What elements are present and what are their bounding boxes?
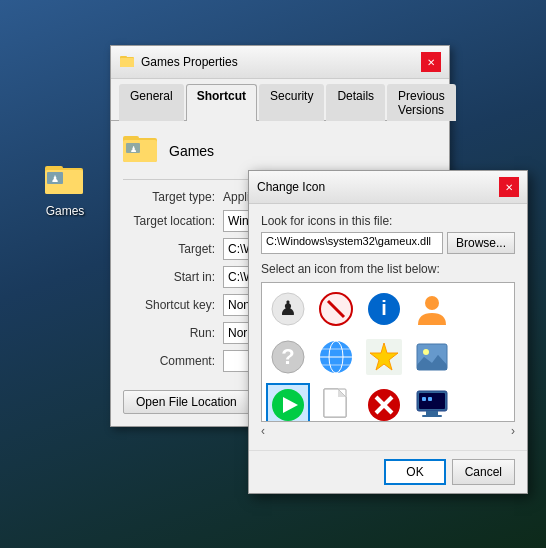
prop-label-target-type: Target type:	[123, 190, 223, 204]
svg-text:i: i	[381, 297, 387, 319]
prop-label-run: Run:	[123, 326, 223, 340]
games-folder-icon: ♟	[45, 160, 85, 200]
svg-point-19	[425, 296, 439, 310]
change-icon-content: Look for icons in this file: C:\Windows\…	[249, 204, 527, 450]
icon-item-question[interactable]: ?	[266, 335, 310, 379]
ci-icons-label: Select an icon from the list below:	[261, 262, 515, 276]
change-icon-title-bar: Change Icon ✕	[249, 171, 527, 204]
tab-details[interactable]: Details	[326, 84, 385, 121]
icon-item-globe[interactable]	[314, 335, 358, 379]
icon-item-play[interactable]	[266, 383, 310, 422]
ci-scrollbar-hints: ‹ ›	[261, 422, 515, 440]
change-icon-title-text: Change Icon	[257, 180, 325, 194]
svg-rect-47	[422, 397, 426, 401]
prop-label-target-location: Target location:	[123, 214, 223, 228]
ci-icons-container[interactable]: ♟ i	[261, 282, 515, 422]
icon-item-document[interactable]	[314, 383, 358, 422]
svg-text:♟: ♟	[279, 297, 297, 319]
app-header-name: Games	[169, 143, 214, 159]
open-file-location-button[interactable]: Open File Location	[123, 390, 250, 414]
icon-item-image[interactable]	[410, 335, 454, 379]
tab-general[interactable]: General	[119, 84, 184, 121]
change-icon-ok-button[interactable]: OK	[384, 459, 445, 485]
icon-item-info[interactable]: i	[362, 287, 406, 331]
prop-label-comment: Comment:	[123, 354, 223, 368]
icon-item-x[interactable]	[362, 383, 406, 422]
tab-previous-versions[interactable]: Previous Versions	[387, 84, 456, 121]
prop-label-target: Target:	[123, 242, 223, 256]
icon-item-person[interactable]	[410, 287, 454, 331]
properties-title-left: Games Properties	[119, 54, 238, 70]
properties-title-icon	[119, 54, 135, 70]
properties-title-text: Games Properties	[141, 55, 238, 69]
svg-text:?: ?	[281, 344, 294, 369]
prop-label-shortcut-key: Shortcut key:	[123, 298, 223, 312]
svg-rect-46	[422, 415, 442, 417]
properties-close-button[interactable]: ✕	[421, 52, 441, 72]
svg-rect-44	[419, 393, 445, 409]
svg-rect-48	[428, 397, 432, 401]
tab-security[interactable]: Security	[259, 84, 324, 121]
change-icon-buttons: OK Cancel	[249, 450, 527, 493]
svg-text:♟: ♟	[130, 145, 137, 154]
change-icon-dialog: Change Icon ✕ Look for icons in this fil…	[248, 170, 528, 494]
ci-icons-grid: ♟ i	[266, 287, 510, 422]
change-icon-close-button[interactable]: ✕	[499, 177, 519, 197]
change-icon-cancel-button[interactable]: Cancel	[452, 459, 515, 485]
tab-shortcut[interactable]: Shortcut	[186, 84, 257, 121]
svg-marker-38	[324, 389, 346, 417]
properties-title-bar: Games Properties ✕	[111, 46, 449, 79]
icon-item-chess[interactable]: ♟	[266, 287, 310, 331]
properties-tabs: General Shortcut Security Details Previo…	[111, 79, 449, 121]
svg-text:♟: ♟	[51, 174, 59, 184]
svg-rect-7	[120, 58, 134, 67]
icon-item-star[interactable]	[362, 335, 406, 379]
scroll-left-icon[interactable]: ‹	[261, 424, 265, 438]
scroll-right-icon[interactable]: ›	[511, 424, 515, 438]
ci-file-row: C:\Windows\system32\gameux.dll Browse...	[261, 232, 515, 254]
app-header-icon: ♟	[123, 133, 159, 169]
ci-file-path-input[interactable]: C:\Windows\system32\gameux.dll	[261, 232, 443, 254]
svg-rect-45	[426, 411, 438, 415]
ci-file-label: Look for icons in this file:	[261, 214, 515, 228]
icon-item-monitor[interactable]	[410, 383, 454, 422]
desktop-icon-games: ♟ Games	[30, 160, 100, 218]
prop-label-start-in: Start in:	[123, 270, 223, 284]
icon-item-no[interactable]	[314, 287, 358, 331]
svg-point-30	[423, 349, 429, 355]
ci-browse-button[interactable]: Browse...	[447, 232, 515, 254]
games-icon-label: Games	[46, 204, 85, 218]
